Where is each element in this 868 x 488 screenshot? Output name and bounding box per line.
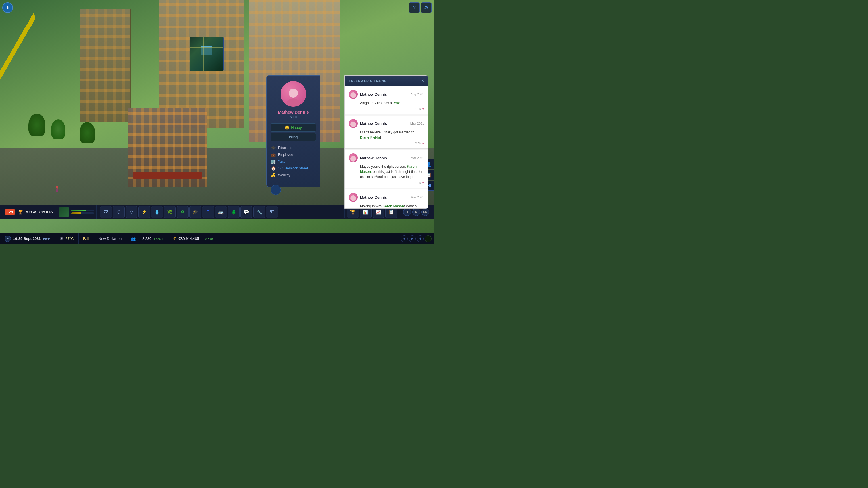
feed-link-3[interactable]: Karen Mason xyxy=(360,165,416,174)
feed-author-1: Mathew Dennis xyxy=(360,92,408,97)
tool-water[interactable]: 💧 xyxy=(151,206,163,218)
tool-police[interactable]: 🛡 xyxy=(202,206,214,218)
feed-avatar-3 xyxy=(349,153,358,162)
top-left-nav: ℹ xyxy=(2,2,13,13)
speed-buttons: ⏸ ▶ ▶▶ xyxy=(403,208,429,216)
top-right-nav: ? ⚙ xyxy=(409,2,432,13)
nav-prev[interactable]: ◀ xyxy=(401,235,408,242)
tool-parks[interactable]: 🌿 xyxy=(164,206,176,218)
money-growth: +10,390 /h xyxy=(201,237,216,240)
wealth-item: 💰 Wealthy xyxy=(271,172,316,178)
trophy-icon: 🏆 xyxy=(18,209,23,215)
feed-likes-2: 2.6k xyxy=(415,142,421,145)
feed-author-3: Mathew Dennis xyxy=(360,156,409,160)
home-link[interactable]: 144 Hemlock Street xyxy=(278,166,308,170)
minimap-road-h xyxy=(190,47,223,48)
tool-messages[interactable]: 💬 xyxy=(241,206,252,218)
occupation-label: Employee xyxy=(278,153,293,157)
map-thumbnail[interactable] xyxy=(59,207,69,217)
followed-citizens-panel: FOLLOWED CITIZENS × Mathew Dennis Aug 20… xyxy=(344,75,428,209)
heart-icon-3[interactable]: ♥ xyxy=(422,181,424,185)
population-badge: 129 xyxy=(4,209,16,215)
citizen-type: Adult xyxy=(290,115,297,119)
feed-item-4: Mathew Dennis Mar 2031 Moving in with Ka… xyxy=(345,189,428,208)
education-label: Educated xyxy=(278,146,292,150)
employer-item[interactable]: 🏢 Yaxu xyxy=(271,158,316,165)
feed-link-1[interactable]: Yaxu xyxy=(394,101,402,105)
tree-1 xyxy=(28,113,45,136)
tool-education[interactable]: 🎓 xyxy=(189,206,201,218)
activity-button[interactable]: Idling xyxy=(271,133,316,141)
avatar-body xyxy=(286,98,301,107)
bottom-status-bar: ▶ 10:39 Sept 2031 ▶▶▶ ☀ 27°C Fall New Do… xyxy=(0,233,434,244)
citizens-growth: +526 /h xyxy=(154,237,164,240)
time-display: 10:39 Sept 2031 xyxy=(13,236,41,241)
right-controls: ◀ ▶ ⚙ ✓ xyxy=(399,235,434,242)
tool-nature[interactable]: 🌲 xyxy=(228,206,240,218)
population-section: 129 🏆 MEGALOPOLIS xyxy=(2,205,55,219)
minimap xyxy=(190,37,224,71)
tool-recycling[interactable]: ♻ xyxy=(177,206,189,218)
feed-link-2[interactable]: Diane Fields xyxy=(360,135,380,139)
money-section: ₡ ₡30,914,485 +10,390 /h xyxy=(169,233,221,244)
followed-header: FOLLOWED CITIZENS × xyxy=(345,75,428,86)
nav-options[interactable]: ⚙ xyxy=(417,235,424,242)
feed-avatar-1-inner xyxy=(350,92,356,98)
feed-date-2: May 2031 xyxy=(410,122,424,125)
speed-pause[interactable]: ⏸ xyxy=(403,208,411,216)
settings-icon[interactable]: ⚙ xyxy=(421,2,432,13)
district-name: New Dollarton xyxy=(98,236,122,241)
home-icon: 🏠 xyxy=(271,166,276,171)
heart-icon-2[interactable]: ♥ xyxy=(422,142,424,145)
feed-item-3-header: Mathew Dennis Mar 2031 xyxy=(349,153,424,162)
tool-zones[interactable]: ⬡ xyxy=(113,206,125,218)
building-center xyxy=(128,108,207,187)
feed-item-1-header: Mathew Dennis Aug 2031 xyxy=(349,90,424,99)
wealth-icon: 💰 xyxy=(271,173,276,177)
feed-item-2-header: Mathew Dennis May 2031 xyxy=(349,119,424,128)
close-button[interactable]: × xyxy=(422,78,424,84)
feed-list[interactable]: Mathew Dennis Aug 2031 Alright, my first… xyxy=(345,86,428,208)
back-button[interactable]: ← xyxy=(271,185,281,195)
help-icon[interactable]: ? xyxy=(409,2,420,13)
fast-forward-btn[interactable]: ▶▶▶ xyxy=(43,237,50,240)
heart-icon-1[interactable]: ♥ xyxy=(422,107,424,111)
speed-fast[interactable]: ▶▶ xyxy=(422,208,429,216)
citizen-panel: Mathew Dennis Adult 😊 Happy Idling 🎓 Edu… xyxy=(266,75,320,187)
tool-transport[interactable]: 🚌 xyxy=(215,206,227,218)
feed-link-4[interactable]: Karen Mason xyxy=(382,204,404,208)
xp-bar-top xyxy=(71,209,94,212)
activity-label: Idling xyxy=(289,135,298,139)
feed-likes-3: 1.9k xyxy=(415,181,421,185)
feed-item-4-header: Mathew Dennis Mar 2031 xyxy=(349,193,424,202)
employer-link[interactable]: Yaxu xyxy=(278,160,285,164)
nav-confirm[interactable]: ✓ xyxy=(425,235,432,242)
feed-footer-2: 2.6k ♥ xyxy=(360,142,424,145)
mood-button[interactable]: 😊 Happy xyxy=(271,124,316,132)
home-item[interactable]: 🏠 144 Hemlock Street xyxy=(271,165,316,172)
nav-next[interactable]: ▶ xyxy=(409,235,416,242)
citizen-avatar-area: Mathew Dennis Adult xyxy=(267,75,320,121)
tool-electricity[interactable]: ⚡ xyxy=(138,206,150,218)
play-button[interactable]: ▶ xyxy=(4,236,11,242)
feed-likes-1: 1.6k xyxy=(415,107,421,111)
occupation-item: 💼 Employee xyxy=(271,151,316,158)
feed-avatar-1 xyxy=(349,90,358,99)
tool-build[interactable]: 🔧 xyxy=(253,206,265,218)
tool-districts[interactable]: ◇ xyxy=(125,206,137,218)
pedestrian xyxy=(55,186,59,194)
speed-slow[interactable]: ▶ xyxy=(412,208,420,216)
minimap-road-v xyxy=(203,37,204,71)
employer-icon: 🏢 xyxy=(271,159,276,164)
district-section: New Dollarton xyxy=(94,233,127,244)
tool-construction[interactable]: 🏗 xyxy=(266,206,278,218)
info-icon[interactable]: ℹ xyxy=(2,2,13,13)
sun-icon: ☀ xyxy=(59,236,63,241)
feed-item-3: Mathew Dennis Mar 2031 Maybe you're the … xyxy=(345,150,428,188)
tool-roads[interactable]: 🗺 xyxy=(100,206,112,218)
citizens-icon: 👥 xyxy=(131,236,136,241)
feed-footer-3: 1.9k ♥ xyxy=(360,181,424,185)
mood-label: Happy xyxy=(291,126,302,130)
avatar-head xyxy=(289,89,298,98)
temperature: 27°C xyxy=(66,236,74,241)
